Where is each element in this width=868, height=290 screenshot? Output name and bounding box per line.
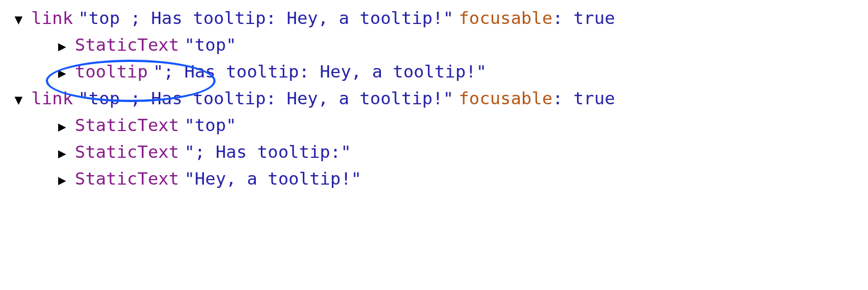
tree-row-statictext[interactable]: StaticText "top"	[11, 31, 857, 58]
tree-row-link-1[interactable]: link "top ; Has tooltip: Hey, a tooltip!…	[11, 4, 857, 31]
attribute-value: : true	[552, 85, 615, 112]
accessible-name: "Hey, a tooltip!"	[184, 165, 361, 192]
role-label: StaticText	[75, 138, 179, 165]
role-label: tooltip	[75, 58, 148, 85]
role-label: link	[31, 4, 73, 31]
tree-row-tooltip[interactable]: tooltip "; Has tooltip: Hey, a tooltip!"	[11, 58, 857, 85]
disclosure-triangle-right-icon[interactable]	[58, 120, 73, 133]
attribute-value: : true	[552, 4, 615, 31]
accessible-name: "top ; Has tooltip: Hey, a tooltip!"	[78, 85, 454, 112]
attribute-key: focusable	[459, 85, 552, 112]
tree-row-statictext[interactable]: StaticText "; Has tooltip:"	[11, 138, 857, 165]
tree-row-statictext[interactable]: StaticText "Hey, a tooltip!"	[11, 165, 857, 192]
disclosure-triangle-right-icon[interactable]	[58, 173, 73, 187]
role-label: StaticText	[75, 112, 179, 138]
role-label: link	[31, 85, 73, 112]
disclosure-triangle-down-icon[interactable]	[15, 13, 29, 26]
role-label: StaticText	[75, 31, 179, 58]
tree-row-link-2[interactable]: link "top ; Has tooltip: Hey, a tooltip!…	[11, 85, 857, 112]
accessible-name: "; Has tooltip: Hey, a tooltip!"	[153, 58, 487, 85]
accessibility-tree: link "top ; Has tooltip: Hey, a tooltip!…	[11, 4, 857, 192]
accessible-name: "top"	[184, 31, 236, 58]
disclosure-triangle-right-icon[interactable]	[58, 147, 73, 160]
disclosure-triangle-right-icon[interactable]	[58, 66, 73, 80]
accessible-name: "; Has tooltip:"	[184, 138, 351, 165]
accessible-name: "top"	[184, 112, 236, 138]
role-label: StaticText	[75, 165, 179, 192]
disclosure-triangle-right-icon[interactable]	[58, 40, 73, 53]
disclosure-triangle-down-icon[interactable]	[15, 93, 29, 107]
tree-row-statictext[interactable]: StaticText "top"	[11, 112, 857, 138]
accessible-name: "top ; Has tooltip: Hey, a tooltip!"	[78, 4, 454, 31]
attribute-key: focusable	[459, 4, 552, 31]
